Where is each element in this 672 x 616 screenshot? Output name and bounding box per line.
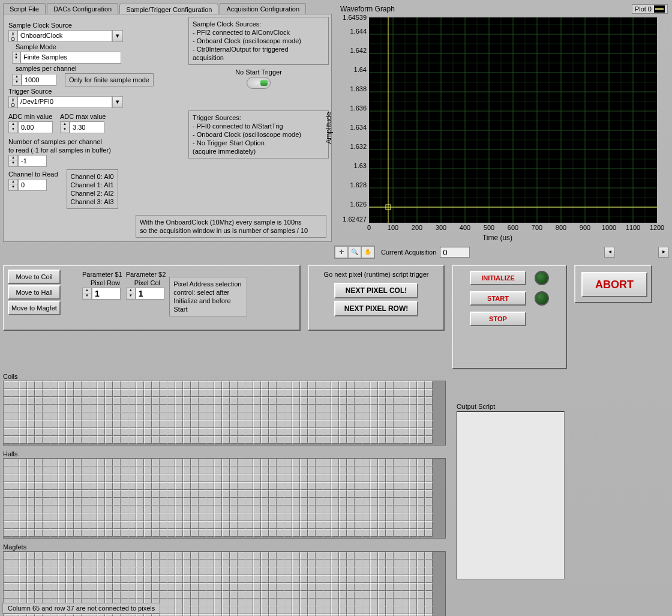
waveform-graph[interactable] (369, 17, 657, 223)
pixel-addr-note: Pixel Address selection control: select … (169, 277, 247, 316)
y-axis-label: Amplitude (325, 112, 333, 143)
initialize-led (535, 271, 549, 285)
spin-icon[interactable]: ▲▼ (8, 121, 18, 133)
param2-sublabel: Pixel Col (134, 279, 166, 286)
sample-clock-source-dropdown[interactable]: O OnboardClock ▾ (8, 30, 188, 42)
pixel-row-input[interactable]: ▲▼ (82, 288, 122, 300)
abort-button[interactable]: ABORT (581, 272, 647, 297)
initialize-button[interactable]: INITIALIZE (470, 271, 526, 285)
status-bar: Column 65 and row 37 are not connected t… (2, 603, 160, 614)
channel-read-label: Channel to Read (8, 171, 58, 178)
move-to-coil-button[interactable]: Move to Coil (8, 270, 61, 284)
sample-mode-dropdown[interactable]: ▲▼ Finite Samples (12, 52, 188, 64)
numsamples-label2: to read (-1 for all samples in buffer) (8, 146, 188, 154)
current-acquisition-value[interactable] (440, 247, 470, 258)
trigger-source-dropdown[interactable]: O /Dev1/PFI0 ▾ (8, 96, 188, 108)
spin-icon[interactable]: ▲▼ (60, 121, 70, 133)
adc-max-label: ADC max value (60, 113, 106, 120)
spin-icon[interactable]: ▲▼ (12, 74, 22, 86)
tab-acquisition-config[interactable]: Acquisition Configuration (220, 3, 306, 14)
param1-label: Parameter $1 (82, 271, 122, 278)
graph-palette: ✛ 🔍 ✋ (334, 246, 375, 259)
param2-label: Parameter $2 (126, 271, 166, 278)
coils-array[interactable] (3, 381, 446, 445)
zoom-tool-icon[interactable]: 🔍 (348, 246, 361, 258)
adc-min-input[interactable]: ▲▼ (8, 121, 53, 133)
adc-min-label: ADC min value (8, 113, 53, 120)
current-acquisition-label: Current Acquisition (381, 249, 436, 256)
next-pixel-col-button[interactable]: NEXT PIXEL COL! (334, 283, 418, 298)
halls-array[interactable] (3, 458, 446, 539)
start-led (535, 291, 549, 306)
next-pixel-row-button[interactable]: NEXT PIXEL ROW! (334, 301, 418, 316)
pan-tool-icon[interactable]: ✋ (361, 246, 374, 258)
finite-note: Only for finite sample mode (65, 73, 154, 86)
clk-src-info: Sample Clock Sources: - PFI2 connected t… (188, 17, 329, 65)
sample-clock-source-label: Sample Clock Source (8, 22, 188, 29)
scroll-left-icon[interactable]: ◂ (604, 247, 615, 258)
channel-read-input[interactable]: ▲▼ (8, 179, 58, 191)
cursor-tool-icon[interactable]: ✛ (335, 246, 348, 258)
waveform-graph-title: Waveform Graph (340, 5, 395, 13)
stop-button[interactable]: STOP (470, 312, 526, 326)
io-icon: O (8, 96, 17, 108)
chevron-down-icon[interactable]: ▾ (112, 96, 123, 108)
samples-per-channel-input[interactable]: ▲▼ (12, 74, 56, 86)
tab-dacs-config[interactable]: DACs Configuration (47, 3, 118, 14)
trigger-source-label: Trigger Source (8, 88, 188, 95)
trg-src-info: Trigger Sources: - PFI0 connected to AIS… (188, 110, 329, 159)
channel-map: Channel 0: AI0 Channel 1: AI1 Channel 2:… (67, 169, 118, 209)
start-button[interactable]: START (470, 291, 526, 306)
pixel-col-input[interactable]: ▲▼ (126, 288, 166, 300)
output-script[interactable] (457, 411, 565, 579)
pixel-nav-title: Go next pixel (runtime) script trigger (313, 271, 440, 278)
chevron-down-icon[interactable]: ▾ (112, 30, 123, 42)
spin-icon[interactable]: ▲▼ (82, 288, 92, 300)
scroll-right-icon[interactable]: ▸ (658, 247, 669, 258)
move-to-hall-button[interactable]: Move to Hall (8, 285, 61, 300)
spin-icon[interactable]: ▲▼ (8, 179, 18, 191)
io-icon: O (8, 30, 17, 42)
no-start-trigger-label: No Start Trigger (188, 68, 329, 76)
adc-max-input[interactable]: ▲▼ (60, 121, 106, 133)
num-samples-input[interactable]: ▲▼ (8, 155, 188, 167)
clock-note: With the OnboardClock (10Mhz) every samp… (136, 215, 326, 238)
plot-sample-icon (654, 5, 665, 13)
samples-per-channel-label: samples per channel (16, 65, 188, 72)
plot-legend[interactable]: Plot 0 (632, 4, 668, 14)
magfets-label: Magfets (3, 543, 446, 551)
numsamples-label1: Number of samples per channel (8, 138, 188, 145)
spin-icon[interactable]: ▲▼ (8, 155, 18, 167)
param1-sublabel: Pixel Row (91, 279, 122, 286)
spin-icon[interactable]: ▲▼ (12, 52, 20, 64)
spin-icon[interactable]: ▲▼ (126, 288, 136, 300)
halls-label: Halls (3, 450, 446, 457)
no-start-trigger-toggle[interactable] (247, 77, 271, 89)
coils-label: Coils (3, 373, 446, 380)
x-axis-label: Time (us) (334, 232, 661, 242)
tab-script-file[interactable]: Script File (3, 3, 46, 14)
move-to-magfet-button[interactable]: Move to Magfet (8, 301, 61, 315)
output-script-label: Output Script (457, 403, 565, 410)
sample-mode-label: Sample Mode (16, 43, 188, 50)
